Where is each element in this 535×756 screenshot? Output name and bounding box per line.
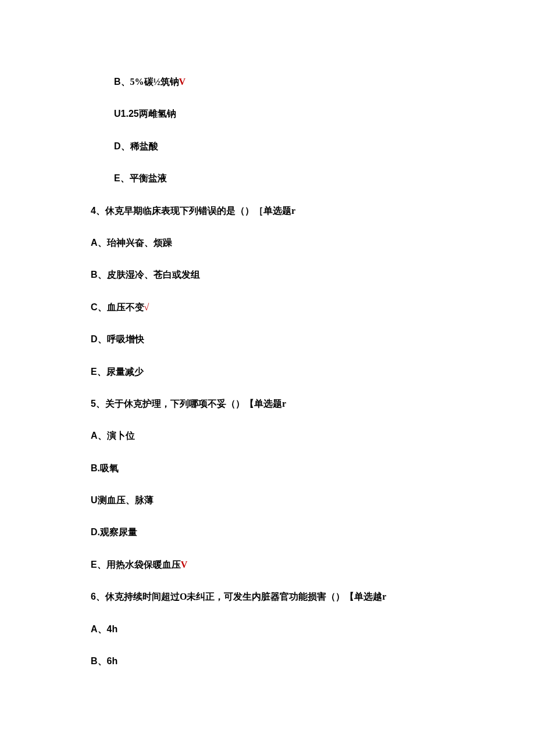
option-prefix: B、 xyxy=(91,656,107,666)
question-text: 休克持续时间超过O未纠正，可发生内脏器官功能损害（）【单选越r xyxy=(105,592,387,601)
option-text: 6h xyxy=(107,656,118,666)
option-text: 吸氧 xyxy=(100,463,119,473)
option-prefix: E、 xyxy=(114,173,130,183)
q4-option-e: E、尿量减少 xyxy=(91,366,444,378)
option-text: 珆神兴奋、烦躁 xyxy=(107,238,172,248)
option-text: 稀盐酸 xyxy=(130,141,158,151)
option-text: 用热水袋保暖血压 xyxy=(106,560,181,569)
option-text: 测血压、脉薄 xyxy=(98,495,154,505)
option-text: 5%碳½筑钠 xyxy=(130,77,179,87)
q4-option-a: A、珆神兴奋、烦躁 xyxy=(91,237,444,249)
option-text: 血压不变 xyxy=(107,302,144,312)
option-prefix: A、 xyxy=(91,624,107,634)
option-prefix: U xyxy=(114,109,121,119)
option-prefix: B、 xyxy=(114,77,130,87)
option-e-prev: E、平衡盐液 xyxy=(114,172,444,185)
q6-option-a: A、4h xyxy=(91,623,444,636)
option-text: 演卜位 xyxy=(107,431,135,440)
correct-mark: √ xyxy=(144,302,149,312)
option-text: 观察尿量 xyxy=(100,527,137,537)
option-prefix: A、 xyxy=(91,431,107,440)
option-text: 呼吸增快 xyxy=(107,334,144,344)
correct-mark: V xyxy=(179,77,186,87)
option-prefix: U xyxy=(91,495,98,505)
q5-option-d: D.观察尿量 xyxy=(91,526,444,539)
option-prefix: A、 xyxy=(91,238,107,248)
question-number: 5、 xyxy=(91,399,105,409)
option-c-prev: U1.25两雌氢钠 xyxy=(114,108,444,120)
q5-option-c: U测血压、脉薄 xyxy=(91,494,444,507)
option-b-prev: B、5%碳½筑钠V xyxy=(114,76,444,88)
option-text: 尿量减少 xyxy=(106,367,144,377)
q4-option-b: B、皮肤湿冷、苍白或发组 xyxy=(91,268,444,281)
question-number: 6、 xyxy=(91,592,105,601)
question-5: 5、关于休克护理，下列哪项不妥（）【单选题r xyxy=(91,397,444,410)
option-prefix: C、 xyxy=(91,302,107,312)
option-prefix: E、 xyxy=(91,367,106,377)
option-prefix: B、 xyxy=(91,270,107,280)
question-4: 4、休克早期临床表现下列错误的是（）［单选题r xyxy=(91,205,444,217)
question-number: 4、 xyxy=(91,206,105,216)
q5-option-b: B.吸氧 xyxy=(91,462,444,475)
option-prefix: E、 xyxy=(91,560,106,569)
question-text: 休克早期临床表现下列错误的是（）［单选题r xyxy=(105,206,295,216)
correct-mark: V xyxy=(181,560,188,569)
q6-option-b: B、6h xyxy=(91,655,444,668)
q4-option-c: C、血压不变√ xyxy=(91,301,444,314)
option-text: 1.25两雌氢钠 xyxy=(121,109,176,119)
question-text: 关于休克护理，下列哪项不妥（）【单选题r xyxy=(105,399,286,409)
question-6: 6、休克持续时间超过O未纠正，可发生内脏器官功能损害（）【单选越r xyxy=(91,590,444,603)
option-prefix: D、 xyxy=(91,334,107,344)
option-prefix: B. xyxy=(91,463,100,473)
q5-option-a: A、演卜位 xyxy=(91,429,444,442)
option-prefix: D. xyxy=(91,527,100,537)
q5-option-e: E、用热水袋保暖血压V xyxy=(91,558,444,571)
option-d-prev: D、稀盐酸 xyxy=(114,140,444,153)
q4-option-d: D、呼吸增快 xyxy=(91,333,444,346)
option-prefix: D、 xyxy=(114,141,130,151)
option-text: 平衡盐液 xyxy=(130,173,167,183)
option-text: 4h xyxy=(107,624,118,634)
option-text: 皮肤湿冷、苍白或发组 xyxy=(107,270,200,280)
